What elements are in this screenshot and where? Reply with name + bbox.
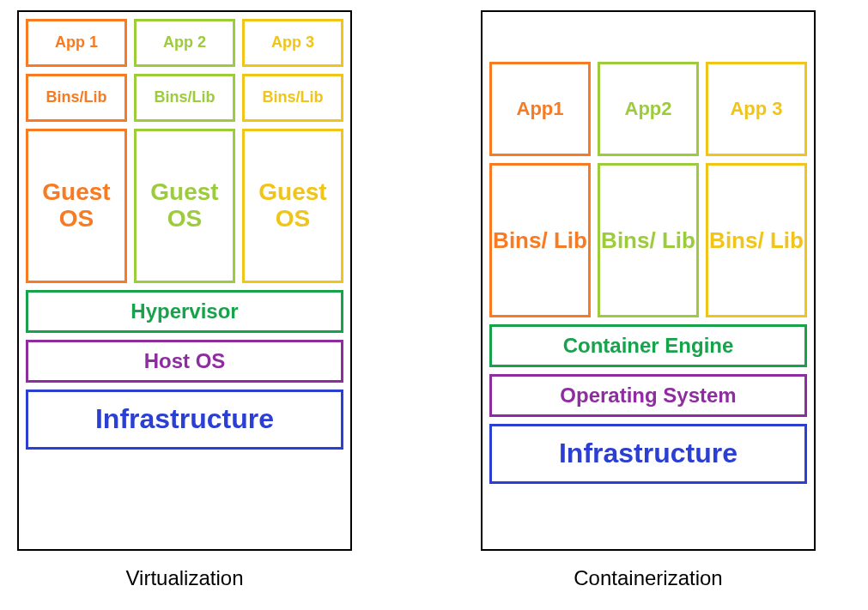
operating-system-layer: Operating System (489, 374, 807, 417)
guest-os-row: Guest OS Guest OS Guest OS (26, 129, 343, 283)
app-cell-3: App 3 (242, 19, 343, 67)
guest-os-cell-1: Guest OS (26, 129, 127, 283)
app-cell-3: App 3 (706, 62, 807, 156)
bins-cell-2: Bins/ Lib (598, 163, 699, 317)
infrastructure-layer: Infrastructure (26, 390, 343, 450)
guest-os-cell-2: Guest OS (134, 129, 235, 283)
virtualization-stack: App 1 App 2 App 3 Bins/Lib Bins/Lib Bins… (17, 10, 352, 551)
infrastructure-layer: Infrastructure (489, 424, 807, 484)
app-cell-1: App1 (489, 62, 591, 156)
containerization-stack: App1 App2 App 3 Bins/ Lib Bins/ Lib Bins… (481, 10, 816, 551)
containerization-group: App1 App2 App 3 Bins/ Lib Bins/ Lib Bins… (481, 10, 816, 590)
bins-cell-1: Bins/ Lib (489, 163, 591, 317)
bins-cell-2: Bins/Lib (134, 74, 235, 122)
app-row: App1 App2 App 3 (489, 62, 807, 156)
app-cell-1: App 1 (26, 19, 127, 67)
containerization-caption: Containerization (574, 566, 722, 590)
app-cell-2: App2 (598, 62, 699, 156)
bins-cell-3: Bins/ Lib (706, 163, 807, 317)
app-cell-2: App 2 (134, 19, 235, 67)
hypervisor-layer: Hypervisor (26, 290, 343, 333)
container-engine-layer: Container Engine (489, 324, 807, 367)
bins-row: Bins/Lib Bins/Lib Bins/Lib (26, 74, 343, 122)
virtualization-caption: Virtualization (126, 566, 244, 590)
bins-cell-1: Bins/Lib (26, 74, 127, 122)
bins-row: Bins/ Lib Bins/ Lib Bins/ Lib (489, 163, 807, 317)
app-row: App 1 App 2 App 3 (26, 19, 343, 67)
guest-os-cell-3: Guest OS (242, 129, 343, 283)
host-os-layer: Host OS (26, 340, 343, 383)
diagram-page: App 1 App 2 App 3 Bins/Lib Bins/Lib Bins… (17, 10, 851, 590)
virtualization-group: App 1 App 2 App 3 Bins/Lib Bins/Lib Bins… (17, 10, 352, 590)
bins-cell-3: Bins/Lib (242, 74, 343, 122)
